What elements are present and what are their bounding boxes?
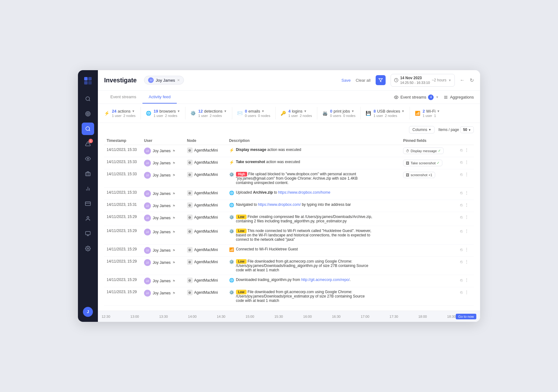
browsers-chevron[interactable]: ▼ xyxy=(177,109,180,113)
stat-browsers[interactable]: 🌐 19 browsers ▼ 1 user 2 nodes xyxy=(141,107,185,119)
flag-icon[interactable]: ⚑ xyxy=(172,230,176,234)
chip-remove-icon[interactable]: ✕ xyxy=(177,78,180,82)
sidebar-item-users[interactable] xyxy=(82,212,94,225)
pinned-label: screenshot +1 xyxy=(411,173,432,177)
share-icon[interactable]: ⎋ xyxy=(460,290,463,295)
sidebar-item-target[interactable] xyxy=(82,108,94,120)
aggregations-button[interactable]: Aggregations xyxy=(444,95,474,99)
more-options-icon[interactable]: ⋮ xyxy=(464,160,469,165)
flag-icon[interactable]: ⚑ xyxy=(172,173,176,177)
desc-text: Low File downloaded from git.acmecorp.co… xyxy=(236,290,373,303)
cell-description: 📶Connected to Wi-Fi Huckletree Guest xyxy=(227,244,401,257)
flag-icon[interactable]: ⚑ xyxy=(172,291,176,295)
sidebar-item-monitor[interactable] xyxy=(82,152,94,165)
event-chevron-icon[interactable]: ▼ xyxy=(435,95,439,99)
save-button[interactable]: Save xyxy=(341,78,351,83)
actions-chevron[interactable]: ▼ xyxy=(132,109,135,113)
sidebar-item-investigate[interactable] xyxy=(82,123,94,135)
tab-event-streams[interactable]: Event streams xyxy=(104,91,142,104)
flag-icon[interactable]: ⚑ xyxy=(172,192,176,196)
stat-actions[interactable]: ⚡ 24 actions ▼ 1 user 2 nodes xyxy=(104,107,141,119)
detections-chevron[interactable]: ▼ xyxy=(224,109,227,113)
share-icon[interactable]: ⎋ xyxy=(460,148,463,152)
stat-print-jobs[interactable]: 🖨️ 0 print jobs ▼ 0 users 0 nodes xyxy=(317,107,361,119)
share-icon[interactable]: ⎋ xyxy=(460,190,463,195)
flag-icon[interactable]: ⚑ xyxy=(172,161,176,165)
user-search-chip[interactable]: JJ Joy James ✕ xyxy=(144,76,184,85)
more-options-icon[interactable]: ⋮ xyxy=(464,172,469,177)
share-icon[interactable]: ⎋ xyxy=(460,247,463,252)
more-options-icon[interactable]: ⋮ xyxy=(464,215,469,220)
wifi-chevron[interactable]: ▼ xyxy=(437,109,440,113)
filter-button[interactable] xyxy=(376,75,386,85)
flag-icon[interactable]: ⚑ xyxy=(172,249,176,253)
tab-activity-feed[interactable]: Activity feed xyxy=(142,91,177,104)
more-options-icon[interactable]: ⋮ xyxy=(464,229,469,234)
stat-emails[interactable]: ✉️ 0 emails ▼ 0 users 0 nodes xyxy=(232,107,276,119)
columns-label: Columns xyxy=(412,128,427,132)
sidebar-item-alerts[interactable]: 1 xyxy=(82,138,94,150)
nav-back-button[interactable]: ← xyxy=(460,77,465,83)
pinned-tag[interactable]: 🖼 screenshot +1 xyxy=(403,172,435,178)
per-page-number: 50 xyxy=(463,128,467,132)
sidebar-item-analytics[interactable] xyxy=(82,182,94,195)
more-options-icon[interactable]: ⋮ xyxy=(464,278,469,283)
logins-chevron[interactable]: ▼ xyxy=(304,109,307,113)
per-page-value[interactable]: 50 ▼ xyxy=(460,126,474,133)
time-range-selector[interactable]: 14 Nov 2023 14:25:50 - 16:33:10 ~2 hours… xyxy=(391,74,455,87)
flag-icon[interactable]: ⚑ xyxy=(172,216,176,220)
flag-icon[interactable]: ⚑ xyxy=(172,261,176,265)
flag-icon[interactable]: ⚑ xyxy=(172,204,176,208)
clear-all-button[interactable]: Clear all xyxy=(356,78,371,83)
user-avatar-sidebar[interactable]: J xyxy=(83,307,93,317)
timeline-label-1400: 14:00 xyxy=(188,315,197,318)
usb-label: USB devices xyxy=(377,109,400,114)
columns-button[interactable]: Columns ▼ xyxy=(409,126,435,133)
more-options-icon[interactable]: ⋮ xyxy=(464,148,469,152)
stat-logins[interactable]: 🔑 4 logins ▼ 1 user 2 nodes xyxy=(276,107,317,119)
event-streams-toggle[interactable]: Event streams 4 ▼ xyxy=(394,94,439,100)
share-icon[interactable]: ⎋ xyxy=(460,202,463,207)
more-options-icon[interactable]: ⋮ xyxy=(464,190,469,195)
sidebar-item-search[interactable] xyxy=(82,93,94,105)
pinned-tag[interactable]: ⏱ Display message ✓ xyxy=(403,148,444,154)
duration-label: ~2 hours xyxy=(432,78,446,82)
share-icon[interactable]: ⎋ xyxy=(460,160,463,165)
link-text[interactable]: https://www.dropbox.com/ xyxy=(258,202,301,207)
browsers-count: 19 xyxy=(154,109,158,114)
pinned-tag[interactable]: 🖼 Take screenshot ✓ xyxy=(403,160,442,166)
share-icon[interactable]: ⎋ xyxy=(460,172,463,177)
stat-wifi[interactable]: 📶 2 Wi-Fi ▼ 1 user 1 xyxy=(410,107,445,119)
go-to-now-button[interactable]: Go to now xyxy=(456,314,476,319)
per-page-chevron-icon[interactable]: ▼ xyxy=(468,128,471,132)
sidebar-item-billing[interactable] xyxy=(82,197,94,210)
wifi-text: 2 Wi-Fi ▼ 1 user 1 xyxy=(423,109,440,118)
stat-usb[interactable]: 💾 8 USB devices ▼ 1 user 2 nodes xyxy=(361,107,410,119)
stat-detections[interactable]: ⚙️ 12 detections ▼ 1 user 2 nodes xyxy=(185,107,232,119)
chevron-down-icon[interactable]: ▼ xyxy=(448,79,451,82)
sidebar-item-devices[interactable] xyxy=(82,227,94,240)
cell-pinned xyxy=(401,257,458,275)
flag-icon[interactable]: ⚑ xyxy=(172,149,176,153)
more-options-icon[interactable]: ⋮ xyxy=(464,290,469,295)
more-options-icon[interactable]: ⋮ xyxy=(464,202,469,207)
share-icon[interactable]: ⎋ xyxy=(460,215,463,220)
link-text[interactable]: https://www.dropbox.com/home xyxy=(278,190,330,195)
nav-refresh-button[interactable]: ↻ xyxy=(470,77,474,83)
more-options-icon[interactable]: ⋮ xyxy=(464,247,469,252)
cell-pinned xyxy=(401,188,458,200)
cell-node: ⚙ AgentMacMini xyxy=(185,212,227,226)
share-icon[interactable]: ⎋ xyxy=(460,259,463,264)
print-jobs-chevron[interactable]: ▼ xyxy=(351,109,354,113)
link-text[interactable]: http://git.acmecorp.com/repo/ xyxy=(301,278,349,282)
columns-chevron-icon[interactable]: ▼ xyxy=(428,128,431,131)
share-icon[interactable]: ⎋ xyxy=(460,278,463,283)
emails-chevron[interactable]: ▼ xyxy=(261,109,264,113)
share-icon[interactable]: ⎋ xyxy=(460,229,463,234)
flag-icon[interactable]: ⚑ xyxy=(172,279,176,283)
sidebar-item-settings[interactable] xyxy=(82,242,94,255)
more-options-icon[interactable]: ⋮ xyxy=(464,259,469,264)
usb-chevron[interactable]: ▼ xyxy=(402,109,405,113)
table-controls: Columns ▼ Items / page 50 ▼ xyxy=(104,123,474,137)
sidebar-item-cases[interactable] xyxy=(82,167,94,180)
